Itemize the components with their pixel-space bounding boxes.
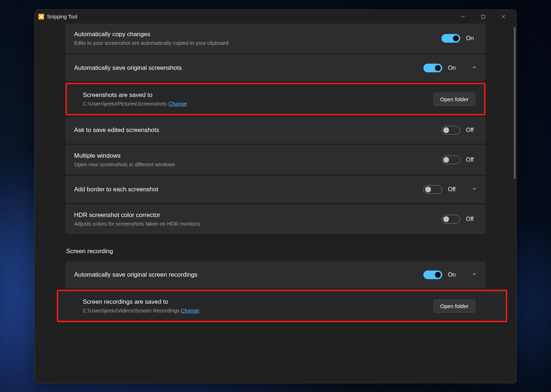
setting-title: Automatically save original screen recor… <box>74 270 423 279</box>
setting-title: Multiple windows <box>74 152 441 160</box>
change-screenshot-location-link[interactable]: Change <box>168 101 187 107</box>
toggle-state-label: Off <box>466 157 477 163</box>
setting-title: Ask to save edited screenshots <box>74 126 441 135</box>
setting-title: Screen recordings are saved to <box>83 298 433 306</box>
setting-title: Add border to each screenshot <box>74 185 423 194</box>
toggle-multiple-windows[interactable] <box>441 155 460 164</box>
setting-ask-save-edited[interactable]: Ask to save edited screenshots Off <box>65 117 486 144</box>
setting-title: Automatically save original screenshots <box>74 64 423 72</box>
chevron-up-icon <box>472 272 477 278</box>
chevron-down-icon <box>472 186 477 193</box>
close-button[interactable] <box>493 10 513 24</box>
toggle-auto-save-recordings[interactable] <box>423 270 442 279</box>
window-controls <box>453 10 513 24</box>
setting-subtitle: Adjusts colors for screenshots taken on … <box>74 220 441 227</box>
minimize-button[interactable] <box>453 10 473 24</box>
recording-path: C:\Users\jeetu\Videos\Screen Recordings <box>83 308 179 314</box>
highlight-screenshot-location: Screenshots are saved to C:\Users\jeetu\… <box>65 83 486 115</box>
toggle-auto-save-screenshots[interactable] <box>423 64 442 72</box>
open-screenshot-folder-button[interactable]: Open folder <box>433 93 475 106</box>
toggle-state-label: Off <box>466 127 477 133</box>
setting-title: HDR screenshot color corrector <box>74 211 441 220</box>
setting-auto-save-screenshots[interactable]: Automatically save original screenshots … <box>65 55 486 81</box>
setting-hdr-corrector[interactable]: HDR screenshot color corrector Adjusts c… <box>65 204 486 234</box>
setting-screenshot-location: Screenshots are saved to C:\Users\jeetu\… <box>67 84 484 114</box>
close-icon <box>501 14 505 19</box>
setting-title: Automatically copy changes <box>74 30 441 39</box>
toggle-state-label: Off <box>466 216 477 222</box>
setting-recording-location: Screen recordings are saved to C:\Users\… <box>58 291 506 321</box>
section-heading-recording: Screen recording <box>65 248 486 255</box>
toggle-state-label: On <box>466 35 477 42</box>
scrollbar-thumb[interactable] <box>514 27 516 179</box>
minimize-icon <box>461 14 465 19</box>
toggle-add-border[interactable] <box>423 185 442 194</box>
highlight-recording-location: Screen recordings are saved to C:\Users\… <box>57 290 507 322</box>
setting-auto-copy-changes[interactable]: Automatically copy changes Edits to your… <box>65 24 486 53</box>
toggle-state-label: On <box>448 65 459 71</box>
toggle-state-label: Off <box>448 186 459 193</box>
window-title: Snipping Tool <box>47 14 77 20</box>
svg-rect-1 <box>482 15 485 18</box>
change-recording-location-link[interactable]: Change <box>181 308 199 314</box>
setting-subtitle: Edits to your screenshot are automatical… <box>74 39 441 47</box>
toggle-auto-copy[interactable] <box>441 34 460 43</box>
toggle-ask-save-edited[interactable] <box>441 126 460 135</box>
screenshot-path: C:\Users\jeetu\Pictures\Screenshots <box>83 101 167 107</box>
maximize-button[interactable] <box>473 10 493 24</box>
toggle-hdr-corrector[interactable] <box>441 215 460 223</box>
setting-auto-save-recordings[interactable]: Automatically save original screen recor… <box>65 261 486 288</box>
setting-subtitle: Open new screenshots in different window… <box>74 161 441 168</box>
setting-multiple-windows[interactable]: Multiple windows Open new screenshots in… <box>65 145 486 175</box>
maximize-icon <box>481 15 485 19</box>
open-recording-folder-button[interactable]: Open folder <box>433 299 475 313</box>
snipping-tool-icon <box>38 14 44 20</box>
settings-content[interactable]: Automatically copy changes Edits to your… <box>35 24 516 383</box>
snipping-tool-window: Snipping Tool Automatically copy changes… <box>34 9 517 383</box>
chevron-up-icon <box>472 65 477 71</box>
titlebar[interactable]: Snipping Tool <box>35 10 516 24</box>
toggle-state-label: On <box>448 272 459 278</box>
setting-title: Screenshots are saved to <box>83 91 433 99</box>
setting-add-border[interactable]: Add border to each screenshot Off <box>65 176 486 203</box>
